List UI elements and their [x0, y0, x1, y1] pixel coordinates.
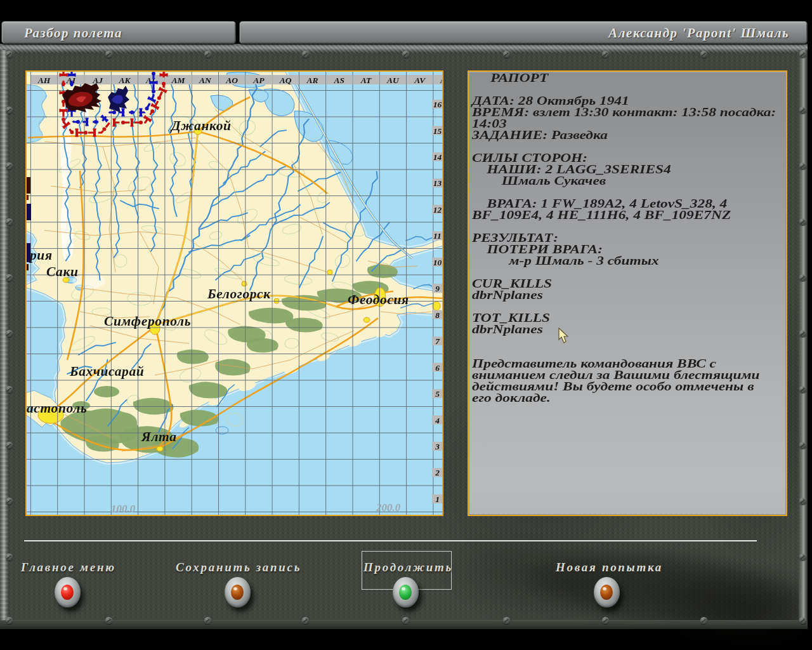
svg-text:9: 9: [435, 284, 440, 293]
svg-text:10: 10: [433, 258, 442, 267]
svg-text:AT: AT: [360, 76, 372, 85]
svg-text:3: 3: [435, 442, 440, 451]
svg-text:AQ: AQ: [279, 76, 292, 85]
svg-text:AV: AV: [414, 76, 426, 85]
svg-text:Феодосия: Феодосия: [348, 292, 409, 307]
svg-text:AM: AM: [171, 76, 185, 85]
svg-text:Белогорск: Белогорск: [207, 286, 271, 302]
svg-text:AR: AR: [306, 76, 318, 85]
svg-text:5: 5: [435, 389, 440, 399]
svg-text:11: 11: [433, 231, 442, 241]
svg-text:1: 1: [435, 494, 440, 504]
svg-text:AO: AO: [225, 76, 238, 85]
svg-text:AJ: AJ: [92, 76, 103, 85]
svg-text:Симферополь: Симферополь: [104, 314, 191, 329]
svg-text:4: 4: [435, 416, 440, 425]
svg-text:2: 2: [435, 468, 440, 477]
svg-text:Джанкой: Джанкой: [170, 118, 232, 133]
svg-text:рия: рия: [29, 248, 53, 263]
svg-text:AP: AP: [252, 76, 265, 85]
svg-text:AH: AH: [37, 76, 51, 85]
svg-text:AN: AN: [199, 76, 212, 85]
svg-text:15: 15: [433, 126, 442, 136]
svg-text:8: 8: [435, 310, 440, 320]
svg-text:13: 13: [433, 178, 442, 188]
svg-text:AU: AU: [386, 76, 400, 85]
svg-text:200.0: 200.0: [376, 501, 401, 514]
svg-text:AS: AS: [334, 76, 345, 85]
svg-text:Саки: Саки: [46, 264, 79, 279]
svg-text:16: 16: [433, 100, 442, 109]
svg-text:100.0: 100.0: [111, 503, 136, 515]
svg-text:Бахчисарай: Бахчисарай: [69, 364, 144, 379]
svg-text:14: 14: [433, 152, 442, 162]
svg-text:6: 6: [435, 363, 440, 373]
svg-text:AK: AK: [118, 76, 131, 85]
svg-text:12: 12: [433, 205, 442, 215]
svg-text:астополь: астополь: [27, 401, 87, 416]
svg-text:Ялта: Ялта: [141, 429, 177, 444]
